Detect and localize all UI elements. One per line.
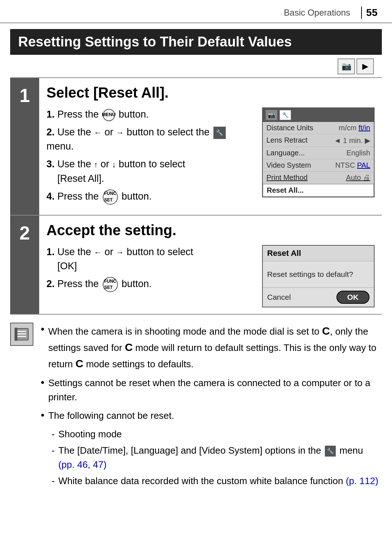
step1-instructions: 1. Press the MENU button. 2. Use the ← o… bbox=[46, 107, 253, 208]
step2-instruction-2: 2. Press the FUNCSET button. bbox=[46, 277, 253, 292]
screen1-row-6: Reset All... bbox=[263, 184, 374, 197]
step1-instruction-2: 2. Use the ← or → button to select the 🔧… bbox=[46, 125, 253, 154]
screen2-cancel: Cancel bbox=[267, 293, 291, 302]
screen2-body: Reset settings to default? bbox=[263, 261, 374, 287]
svg-rect-4 bbox=[15, 328, 17, 341]
step2-instruction-1: 1. Use the ← or → button to select [OK] bbox=[46, 245, 253, 273]
step1-title: Select [Reset All]. bbox=[46, 85, 375, 101]
camera-icons-row: 📷 ▶ bbox=[0, 55, 392, 74]
note-1: When the camera is in shooting mode and … bbox=[41, 323, 382, 372]
step1-container: 1 Select [Reset All]. 1. Press the MENU … bbox=[10, 77, 382, 216]
screen1-camera-icon: 📷 bbox=[266, 110, 277, 120]
screen2-footer: Cancel OK bbox=[263, 287, 374, 307]
step1-instruction-3: 3. Use the ↑ or ↓ button to select [Rese… bbox=[46, 157, 253, 185]
note-3-sub-1: Shooting mode bbox=[52, 427, 382, 441]
step1-row: 1 Select [Reset All]. 1. Press the MENU … bbox=[10, 78, 382, 216]
step2-instructions: 1. Use the ← or → button to select [OK] … bbox=[46, 245, 253, 296]
notes-icon bbox=[10, 323, 33, 346]
step1-content: Select [Reset All]. 1. Press the MENU bu… bbox=[39, 78, 382, 215]
func-set-button2-icon: FUNCSET bbox=[103, 277, 118, 292]
screen1-header: 📷 🔧 bbox=[263, 108, 374, 122]
main-title: Resetting Settings to Their Default Valu… bbox=[18, 34, 292, 49]
step2-title: Accept the setting. bbox=[46, 222, 375, 238]
step2-list: 1. Use the ← or → button to select [OK] … bbox=[46, 245, 253, 292]
note-3-sub-3: White balance data recorded with the cus… bbox=[52, 474, 382, 488]
camera-playback-icon: ▶ bbox=[356, 58, 374, 74]
note-3: The following cannot be reset. bbox=[41, 409, 382, 423]
step1-number: 1 bbox=[10, 78, 39, 215]
screen2-ok: OK bbox=[336, 291, 370, 304]
step1-instruction-4: 4. Press the FUNCSET button. bbox=[46, 189, 253, 205]
screen1-wrench-icon: 🔧 bbox=[279, 110, 291, 120]
step1-list: 1. Press the MENU button. 2. Use the ← o… bbox=[46, 107, 253, 205]
section-label: Basic Operations bbox=[284, 8, 350, 18]
step2-screen: Reset All Reset settings to default? Can… bbox=[262, 245, 375, 307]
page-header: Basic Operations 55 bbox=[0, 0, 392, 23]
screen1-row-5: Print Method Auto 🖨 bbox=[263, 172, 374, 184]
wrench-icon-note: 🔧 bbox=[325, 446, 336, 457]
note-2: Settings cannot be reset when the camera… bbox=[41, 376, 382, 404]
step2-body: 1. Use the ← or → button to select [OK] … bbox=[46, 245, 375, 307]
page: Basic Operations 55 Resetting Settings t… bbox=[0, 0, 392, 552]
menu-button-icon: MENU bbox=[103, 109, 115, 121]
screen1-row-3: Language... English bbox=[263, 147, 374, 159]
step2-container: 2 Accept the setting. 1. Use the ← or → … bbox=[10, 216, 382, 315]
header-divider bbox=[361, 7, 362, 19]
note-3-sub-2: The [Date/Time], [Language] and [Video S… bbox=[52, 443, 382, 472]
screen1-row-4: Video System NTSC PAL bbox=[263, 159, 374, 172]
main-title-bar: Resetting Settings to Their Default Valu… bbox=[10, 29, 382, 55]
step1-screen: 📷 🔧 Distance Units m/cm ft/in Lens Retra… bbox=[262, 107, 375, 197]
step2-number: 2 bbox=[10, 216, 39, 314]
screen1-row-2: Lens Retract ◄ 1 min. ▶ bbox=[263, 134, 374, 147]
screen1-rows: Distance Units m/cm ft/in Lens Retract ◄… bbox=[263, 122, 374, 197]
page-number: 55 bbox=[366, 7, 377, 19]
notes-content: When the camera is in shooting mode and … bbox=[41, 323, 382, 490]
func-set-button-icon: FUNCSET bbox=[103, 189, 118, 205]
screen1-row-1: Distance Units m/cm ft/in bbox=[263, 122, 374, 134]
step1-body: 1. Press the MENU button. 2. Use the ← o… bbox=[46, 107, 375, 208]
wrench-menu-icon: 🔧 bbox=[213, 127, 226, 139]
camera-shooting-icon: 📷 bbox=[338, 58, 355, 74]
step2-row: 2 Accept the setting. 1. Use the ← or → … bbox=[10, 216, 382, 315]
step1-instruction-1: 1. Press the MENU button. bbox=[46, 107, 253, 122]
notes-section: When the camera is in shooting mode and … bbox=[10, 323, 382, 490]
step2-content: Accept the setting. 1. Use the ← or → bu… bbox=[39, 216, 382, 314]
screen2-title: Reset All bbox=[263, 246, 374, 261]
